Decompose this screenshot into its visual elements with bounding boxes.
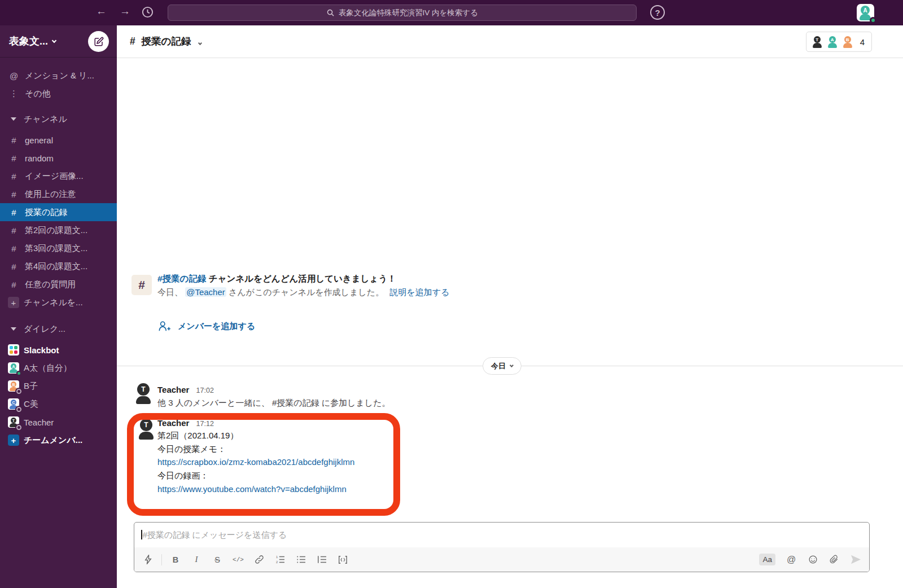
sidebar-dm-b[interactable]: B B子 [0, 377, 117, 395]
svg-text:2: 2 [276, 560, 278, 564]
plus-icon: + [8, 435, 19, 446]
shortcuts-lightning-icon[interactable] [142, 554, 154, 565]
message-avatar-teacher[interactable]: T [136, 418, 156, 438]
hash-icon: # [9, 172, 19, 181]
blockquote-button[interactable] [316, 554, 327, 565]
channel-label: 使用上の注意 [25, 189, 76, 200]
sidebar-dm-teacher[interactable]: T Teacher [0, 413, 117, 431]
sidebar-channel-random[interactable]: # random [0, 149, 117, 167]
user-avatar[interactable]: A [857, 4, 874, 21]
hash-icon: # [9, 153, 19, 163]
toolbar-divider [161, 554, 162, 565]
member-avatar: B [8, 380, 19, 392]
sidebar-dm-slackbot[interactable]: Slackbot [0, 341, 117, 359]
sidebar-add-channel[interactable]: + チャンネルを... [0, 293, 117, 311]
avatar-body [813, 43, 822, 48]
section-channels[interactable]: チャンネル [0, 110, 117, 128]
inline-code-button[interactable]: </> [233, 554, 244, 565]
section-label: チャンネル [24, 114, 67, 125]
member-avatar: T [8, 416, 19, 428]
youtube-link[interactable]: https://www.youtube.com/watch?v=abcdefgh… [157, 482, 354, 496]
search-bar[interactable]: 表象文化論特殊研究演習IV 内を検索する [168, 5, 637, 21]
show-formatting-button[interactable]: Aa [759, 554, 775, 565]
history-forward-button[interactable]: → [120, 5, 130, 17]
compose-button[interactable] [88, 31, 109, 52]
member-avatar: A [826, 36, 839, 48]
hash-icon: # [9, 244, 19, 253]
add-teammates-label: チームメンバ... [24, 435, 82, 446]
sidebar: 表象文... @ メンション & リ... ⋮ その他 チャンネル [0, 25, 117, 588]
dots-vertical-icon: ⋮ [9, 89, 19, 99]
channel-label: イメージ画像... [25, 171, 84, 182]
day-divider-pill[interactable]: 今日 [483, 357, 521, 375]
channel-members-button[interactable]: T A B 4 [806, 32, 872, 52]
join-message-text: 他 3 人のメンバーと一緒に、 #授業の記録 に参加しました。 [157, 398, 391, 409]
message-timestamp[interactable]: 17:12 [196, 420, 214, 428]
scrapbox-link[interactable]: https://scrapbox.io/zmz-komaba2021/abcde… [157, 455, 354, 469]
message-pane: # #授業の記録 チャンネルをどんどん活用していきましょう！ 今日、 @Teac… [117, 58, 903, 588]
message-avatar-teacher[interactable]: T [133, 383, 154, 403]
sidebar-channel-assignment3[interactable]: # 第3回の課題文... [0, 239, 117, 257]
message-input[interactable]: #授業の記録 にメッセージを送信する [134, 523, 869, 548]
history-back-button[interactable]: ← [96, 5, 107, 17]
message-body: 第2回（2021.04.19） 今日の授業メモ： https://scrapbo… [157, 429, 354, 496]
help-question-icon: ? [655, 8, 660, 17]
presence-offline-dot [16, 425, 21, 430]
channel-label: general [25, 135, 53, 145]
sidebar-channel-notes[interactable]: # 使用上の注意 [0, 185, 117, 203]
message-line: 今日の授業メモ： [157, 442, 354, 456]
bold-button[interactable]: B [170, 554, 181, 565]
sidebar-item-more[interactable]: ⋮ その他 [0, 85, 117, 103]
message-author[interactable]: Teacher [157, 418, 189, 428]
at-icon: @ [9, 71, 19, 81]
teacher-mention-link[interactable]: @Teacher [185, 287, 226, 297]
message-author[interactable]: Teacher [157, 385, 189, 394]
mention-button[interactable]: @ [786, 554, 797, 565]
workspace-switcher[interactable]: 表象文... [0, 25, 117, 58]
sidebar-dm-c[interactable]: C C美 [0, 395, 117, 413]
code-block-button[interactable] [337, 554, 348, 565]
avatar-letter: A [829, 36, 836, 43]
send-button[interactable] [850, 554, 861, 565]
sidebar-add-teammates[interactable]: + チームメンバ... [0, 431, 117, 449]
add-members-label: メンバーを追加する [178, 321, 255, 332]
avatar-letter: A [861, 6, 870, 15]
italic-button[interactable]: I [191, 554, 202, 565]
sidebar-channel-assignment2[interactable]: # 第2回の課題文... [0, 221, 117, 239]
ordered-list-button[interactable]: 1 2 [274, 554, 286, 565]
chevron-down-icon [510, 363, 514, 367]
add-description-link[interactable]: 説明を追加する [389, 287, 449, 297]
section-direct-messages[interactable]: ダイレク... [0, 320, 117, 338]
day-label: 今日 [491, 361, 506, 371]
channel-title-button[interactable]: # 授業の記録 [130, 34, 201, 48]
sidebar-dm-self[interactable]: A A太（自分） [0, 359, 117, 377]
channel-label: 任意の質問用 [25, 279, 76, 290]
intro-title-rest: チャンネルをどんどん活用していきましょう！ [206, 274, 396, 283]
hash-icon: # [9, 208, 19, 217]
sidebar-channel-questions[interactable]: # 任意の質問用 [0, 275, 117, 293]
attachment-paperclip-button[interactable] [829, 554, 840, 565]
avatar-body [139, 432, 154, 440]
history-clock-icon[interactable] [141, 6, 154, 21]
search-placeholder-text: 表象文化論特殊研究演習IV 内を検索する [339, 8, 478, 18]
add-members-button[interactable]: メンバーを追加する [158, 321, 255, 332]
message-timestamp[interactable]: 17:02 [196, 387, 214, 394]
sidebar-channel-general[interactable]: # general [0, 131, 117, 149]
strikethrough-button[interactable]: S [212, 554, 223, 565]
sidebar-item-mentions[interactable]: @ メンション & リ... [0, 67, 117, 85]
dm-name: Teacher [24, 418, 54, 427]
sidebar-channel-image[interactable]: # イメージ画像... [0, 167, 117, 185]
avatar-letter: C [11, 400, 16, 405]
sidebar-channel-class-record-selected[interactable]: # 授業の記録 [0, 203, 117, 221]
sidebar-channel-assignment4[interactable]: # 第4回の課題文... [0, 257, 117, 275]
help-button[interactable]: ? [650, 5, 665, 20]
avatar-body [860, 14, 871, 20]
dm-name: B子 [24, 381, 38, 392]
link-button[interactable] [253, 554, 265, 565]
triangle-down-icon [11, 327, 16, 331]
channel-link[interactable]: #授業の記録 [157, 274, 206, 283]
channel-header: # 授業の記録 T A B 4 [117, 25, 903, 58]
emoji-button[interactable] [807, 554, 818, 565]
hash-icon: # [9, 135, 19, 145]
bulleted-list-button[interactable] [295, 554, 306, 565]
